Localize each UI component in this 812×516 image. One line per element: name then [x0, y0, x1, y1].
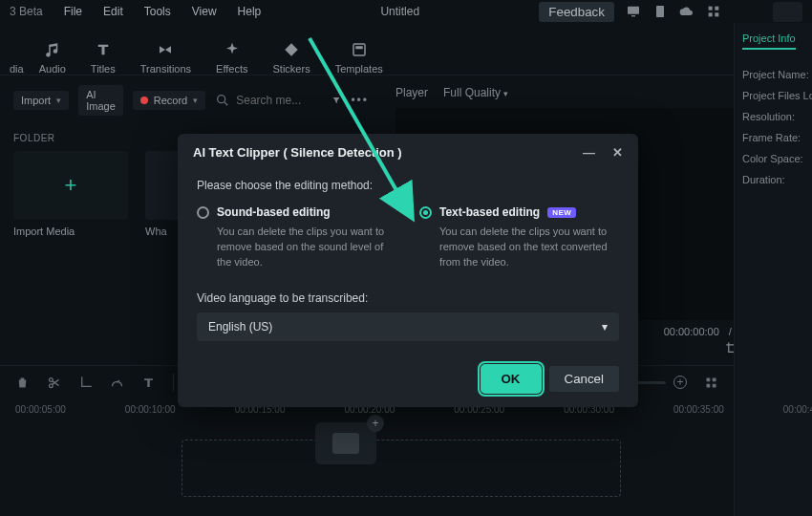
method-sound-desc: You can delete the clips you want to rem…: [197, 225, 396, 270]
language-select[interactable]: English (US) ▾: [197, 312, 619, 341]
method-sound-based[interactable]: Sound-based editing You can delete the c…: [197, 205, 396, 270]
method-sound-title: Sound-based editing: [217, 205, 331, 219]
method-text-based[interactable]: Text-based editing NEW You can delete th…: [419, 205, 619, 270]
radio-checked-icon[interactable]: [419, 206, 432, 219]
close-button[interactable]: ✕: [612, 146, 623, 159]
ai-text-clipper-dialog: AI Text Clipper ( Silence Detection ) — …: [178, 134, 638, 407]
method-text-title: Text-based editing: [439, 205, 540, 219]
dialog-prompt: Please choose the editing method:: [197, 179, 619, 192]
new-badge: NEW: [547, 207, 576, 218]
language-label: Video language to be transcribed:: [197, 291, 619, 305]
cancel-button[interactable]: Cancel: [549, 366, 620, 392]
method-text-desc: You can delete the clips you want to rem…: [419, 225, 619, 270]
dialog-title: AI Text Clipper ( Silence Detection ): [193, 145, 402, 160]
ok-button[interactable]: OK: [482, 366, 540, 392]
minimize-button[interactable]: —: [583, 146, 595, 159]
chevron-down-icon: ▾: [602, 320, 608, 333]
radio-unchecked-icon[interactable]: [197, 206, 209, 219]
language-value: English (US): [208, 320, 272, 333]
